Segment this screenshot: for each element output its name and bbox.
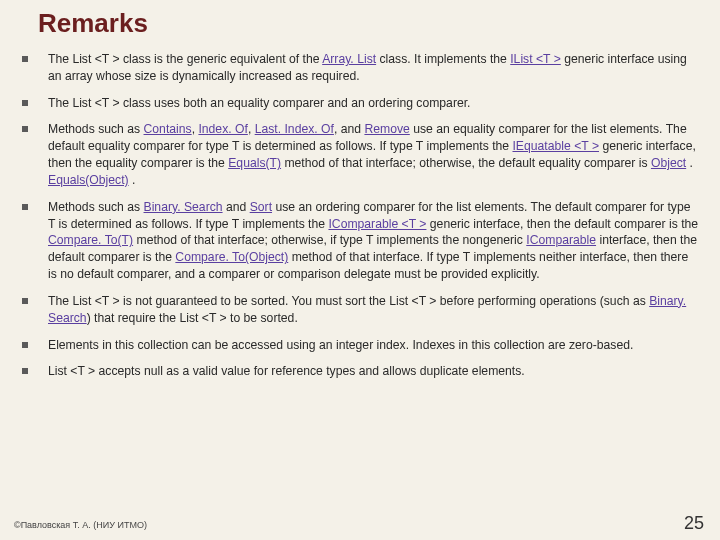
text: class. It implements the bbox=[376, 52, 510, 66]
text: List <T > accepts null as a valid value … bbox=[48, 364, 525, 378]
text: . bbox=[129, 173, 136, 187]
text: The List <T > is not guaranteed to be so… bbox=[48, 294, 649, 308]
text: and bbox=[223, 200, 250, 214]
list-item: Methods such as Binary. Search and Sort … bbox=[20, 199, 700, 283]
bullet-list: The List <T > class is the generic equiv… bbox=[20, 51, 700, 380]
text: , and bbox=[334, 122, 365, 136]
list-item: Elements in this collection can be acces… bbox=[20, 337, 700, 354]
list-item: List <T > accepts null as a valid value … bbox=[20, 363, 700, 380]
link-sort[interactable]: Sort bbox=[250, 200, 272, 214]
text: method of that interface; otherwise, the… bbox=[281, 156, 651, 170]
link-icomparable-t[interactable]: IComparable <T > bbox=[328, 217, 426, 231]
list-item: The List <T > class is the generic equiv… bbox=[20, 51, 700, 85]
link-equals-t[interactable]: Equals(T) bbox=[228, 156, 281, 170]
text: Methods such as bbox=[48, 122, 144, 136]
link-remove[interactable]: Remove bbox=[364, 122, 409, 136]
text: method of that interface; otherwise, if … bbox=[133, 233, 526, 247]
list-item: Methods such as Contains, Index. Of, Las… bbox=[20, 121, 700, 188]
link-compareto-t[interactable]: Compare. To(T) bbox=[48, 233, 133, 247]
link-contains[interactable]: Contains bbox=[144, 122, 192, 136]
list-item: The List <T > class uses both an equalit… bbox=[20, 95, 700, 112]
text: generic interface, then the default comp… bbox=[426, 217, 698, 231]
link-icomparable[interactable]: IComparable bbox=[526, 233, 596, 247]
footer-credit: ©Павловская Т. А. (НИУ ИТМО) bbox=[14, 520, 147, 530]
link-compareto-object[interactable]: Compare. To(Object) bbox=[175, 250, 288, 264]
link-binarysearch[interactable]: Binary. Search bbox=[144, 200, 223, 214]
text: . bbox=[686, 156, 693, 170]
text: The List <T > class uses both an equalit… bbox=[48, 96, 471, 110]
list-item: The List <T > is not guaranteed to be so… bbox=[20, 293, 700, 327]
link-lastindexof[interactable]: Last. Index. Of bbox=[255, 122, 334, 136]
text: ) that require the List <T > to be sorte… bbox=[87, 311, 298, 325]
link-equals-object[interactable]: Equals(Object) bbox=[48, 173, 129, 187]
link-iequatable-t[interactable]: IEquatable <T > bbox=[512, 139, 599, 153]
link-indexof[interactable]: Index. Of bbox=[198, 122, 247, 136]
text: The List <T > class is the generic equiv… bbox=[48, 52, 322, 66]
link-arraylist[interactable]: Array. List bbox=[322, 52, 376, 66]
text: Methods such as bbox=[48, 200, 144, 214]
page-number: 25 bbox=[684, 513, 704, 534]
slide-title: Remarks bbox=[38, 8, 700, 39]
text: , bbox=[248, 122, 255, 136]
link-ilist-t[interactable]: IList <T > bbox=[510, 52, 561, 66]
text: Elements in this collection can be acces… bbox=[48, 338, 633, 352]
link-object[interactable]: Object bbox=[651, 156, 686, 170]
slide: Remarks The List <T > class is the gener… bbox=[0, 0, 720, 540]
